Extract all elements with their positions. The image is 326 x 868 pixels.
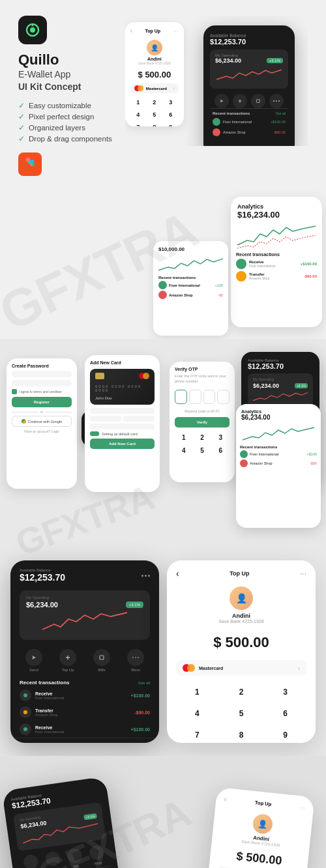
key-6[interactable]: 6 — [264, 704, 306, 723]
svg-rect-7 — [100, 656, 104, 659]
agree-checkbox: I agree to terms and condition — [12, 389, 72, 394]
amount-display: $ 500.00 — [167, 629, 316, 656]
svg-point-1 — [30, 27, 35, 33]
add-card-button[interactable]: Add New Card — [90, 439, 155, 449]
topup-btn-preview — [233, 94, 247, 108]
transaction-row-2: Transfer Amazon Shop -$90.00 — [10, 704, 159, 721]
transaction-row-1: Receive Fiver International +$100.00 — [10, 687, 159, 704]
key-8[interactable]: 8 — [220, 725, 263, 743]
dot-menu — [141, 575, 150, 577]
chevron-right-icon: › — [298, 665, 300, 672]
bills-btn-preview — [251, 94, 265, 108]
tilted-phones-section: GFXTRA Available Balance $12,253.70 My S… — [0, 756, 326, 868]
cvv-field — [123, 416, 155, 422]
topup-action[interactable]: Top Up — [59, 649, 76, 672]
key-7[interactable]: 7 — [176, 725, 218, 743]
check-icon-1: ✓ — [18, 101, 25, 110]
balance-card-screen: $10,000.00 Recent transactions Fiver Int… — [153, 241, 228, 336]
user-avatar: 👤 — [230, 586, 253, 610]
password-field — [12, 371, 72, 377]
dark-phone-preview: Available Balance $12,253.70 My Spending… — [203, 25, 295, 146]
key-2[interactable]: 2 — [220, 682, 263, 702]
send-action[interactable]: Send — [25, 649, 42, 672]
feature-4: ✓Drop & drag components — [18, 134, 112, 143]
middle-phones-section: Create Password I agree to terms and con… — [0, 339, 326, 547]
add-card-phone: Add New Card 0000 0000 0000 0000 John Do… — [85, 355, 160, 492]
key-4[interactable]: 4 — [176, 704, 218, 723]
back-button[interactable]: ‹ — [176, 568, 179, 579]
topup-phone-preview: ‹ Top Up ··· 👤 Andini Save Bank 4725-192… — [125, 22, 184, 126]
more-btn-preview — [269, 94, 284, 108]
section-top-screens: Analytics $16,234.00 Recent transactions… — [0, 189, 326, 339]
user-avatar-area: 👤 Andini Save Bank 4725-1928 — [167, 581, 316, 629]
analytics-screen: Analytics $16,234.00 Recent transactions… — [231, 197, 322, 327]
svg-rect-3 — [257, 100, 260, 103]
transaction-row-3: Receive Fiver International +$100.00 — [10, 721, 159, 738]
analytics-overlay-phone: Analytics $6,234.00 Recent transactions … — [236, 404, 321, 528]
numeric-keypad: 1 2 3 4 5 6 7 8 9 - 0 ⌫ — [167, 680, 316, 743]
cardholder-field — [90, 424, 155, 429]
feature-3: ✓Organized layers — [18, 123, 112, 132]
brand-subtitle2: UI Kit Concept — [18, 81, 112, 92]
more-options[interactable]: ··· — [300, 569, 306, 578]
credit-card-preview: 0000 0000 0000 0000 John Doe — [90, 369, 155, 405]
brand-subtitle1: E-Wallet App — [18, 68, 112, 81]
header-section: Quillo E-Wallet App UI Kit Concept ✓Easy… — [0, 0, 326, 189]
card-selector[interactable]: Mastercard › — [176, 660, 306, 676]
large-dark-phone: Available Balance $12,253.70 My Spending… — [10, 560, 159, 743]
brand-name: Quillo — [18, 52, 112, 68]
check-icon-4: ✓ — [18, 134, 25, 143]
tilted-dark-phone: Available Balance $12,253.70 My Spending… — [2, 777, 129, 868]
feature-2: ✓Pixel perfect design — [18, 112, 112, 121]
key-1[interactable]: 1 — [176, 682, 218, 702]
card-number-field — [90, 408, 155, 414]
check-icon-3: ✓ — [18, 123, 25, 132]
google-login-button[interactable]: Continue with Google — [12, 416, 72, 427]
app-logo — [18, 16, 47, 44]
send-btn-preview — [215, 94, 229, 108]
confirm-field — [12, 380, 72, 386]
mastercard-logo — [183, 664, 195, 672]
register-phone: Create Password I agree to terms and con… — [7, 358, 77, 489]
otp-phone: Verify OTP Enter the OTP code sent to yo… — [170, 362, 235, 482]
key-9[interactable]: 9 — [264, 725, 306, 743]
key-5[interactable]: 5 — [220, 704, 263, 723]
check-box — [12, 389, 17, 394]
large-topup-phone: ‹ Top Up ··· 👤 Andini Save Bank 4725-192… — [167, 560, 316, 743]
feature-1: ✓Easy customizable — [18, 101, 112, 110]
tilted-white-phone: ‹ Top Up ··· 👤 Andini Save Bank 4725-192… — [200, 787, 314, 868]
bills-action[interactable]: Bills — [93, 649, 110, 672]
check-icon-2: ✓ — [18, 112, 25, 121]
figma-badge — [18, 152, 42, 176]
expiry-field — [90, 416, 121, 422]
features-list: ✓Easy customizable ✓Pixel perfect design… — [18, 101, 112, 143]
key-3[interactable]: 3 — [264, 682, 306, 702]
register-button[interactable]: Register — [12, 397, 72, 407]
more-action[interactable]: More — [127, 649, 144, 672]
large-phones-section: Available Balance $12,253.70 My Spending… — [0, 547, 326, 756]
